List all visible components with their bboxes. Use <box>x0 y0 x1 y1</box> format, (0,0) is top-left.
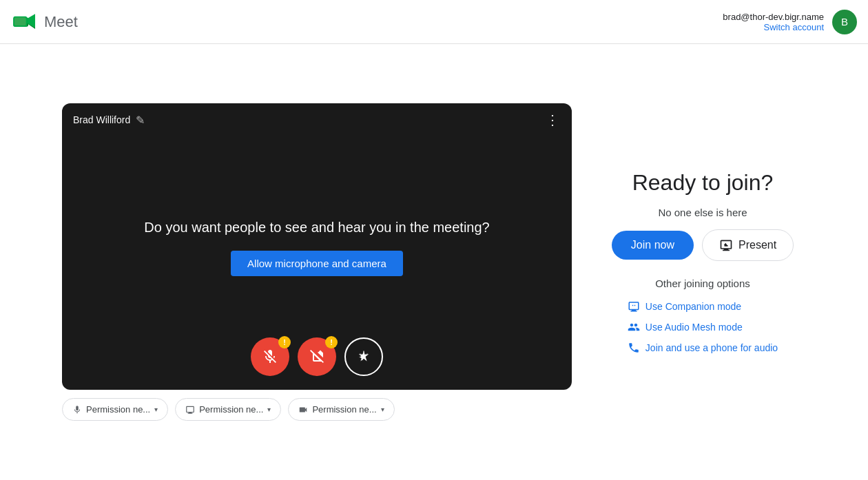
svg-text:✦: ✦ <box>358 352 367 363</box>
camera-permission-label: Permission ne... <box>312 404 376 415</box>
meet-logo-icon <box>11 8 39 36</box>
mic-permission-chevron: ▾ <box>154 406 158 413</box>
audio-mesh-icon <box>628 321 640 333</box>
camera-prompt: Do you want people to see and hear you i… <box>144 218 489 237</box>
screen-permission-dropdown[interactable]: Permission ne... ▾ <box>175 398 281 421</box>
phone-audio-label: Join and use a phone for audio <box>645 342 778 353</box>
svg-rect-5 <box>14 17 26 25</box>
preview-user-name: Brad Williford <box>73 114 130 125</box>
avatar[interactable]: B <box>832 10 857 34</box>
present-button[interactable]: Present <box>702 229 794 261</box>
ready-title: Ready to join? <box>632 170 774 196</box>
user-name-label: Brad Williford ✎ <box>73 114 145 127</box>
header: Meet brad@thor-dev.bigr.name Switch acco… <box>0 0 868 44</box>
present-icon <box>719 238 733 252</box>
logo-area: Meet <box>11 8 78 36</box>
app-name: Meet <box>44 13 78 31</box>
mic-off-icon <box>262 348 278 365</box>
mic-toggle-button[interactable]: ! <box>251 337 289 376</box>
user-account-area: brad@thor-dev.bigr.name Switch account B <box>723 10 857 34</box>
companion-mode-label: Use Companion mode <box>645 301 741 312</box>
camera-permission-icon <box>298 405 308 415</box>
camera-toggle-button[interactable]: ! <box>298 337 336 376</box>
mic-warning-badge: ! <box>278 336 291 348</box>
screen-permission-label: Permission ne... <box>199 404 263 415</box>
effects-button[interactable]: ✦ <box>344 337 383 376</box>
other-options-title: Other joining options <box>655 278 750 289</box>
permission-bar: Permission ne... ▾ Permission ne... ▾ Pe… <box>62 398 572 421</box>
companion-mode-link[interactable]: Use Companion mode <box>628 300 741 313</box>
video-header: Brad Williford ✎ ⋮ <box>62 103 572 136</box>
phone-audio-link[interactable]: Join and use a phone for audio <box>628 342 778 354</box>
sparkle-icon: ✦ <box>356 349 371 364</box>
present-label: Present <box>738 239 776 251</box>
join-buttons: Join now Present <box>612 229 794 261</box>
screen-permission-chevron: ▾ <box>267 406 271 413</box>
camera-permission-dropdown[interactable]: Permission ne... ▾ <box>288 398 394 421</box>
audio-mesh-link[interactable]: Use Audio Mesh mode <box>628 321 743 333</box>
join-now-button[interactable]: Join now <box>612 231 694 260</box>
user-info: brad@thor-dev.bigr.name Switch account <box>723 12 824 32</box>
mic-permission-label: Permission ne... <box>86 404 150 415</box>
video-controls: ! ! ✦ <box>62 337 572 376</box>
screen-permission-icon <box>185 405 195 415</box>
mic-permission-icon <box>72 405 82 415</box>
companion-mode-icon <box>628 300 640 313</box>
allow-camera-button[interactable]: Allow microphone and camera <box>231 251 403 276</box>
user-email: brad@thor-dev.bigr.name <box>723 12 824 22</box>
edit-name-icon[interactable]: ✎ <box>136 114 145 127</box>
audio-mesh-label: Use Audio Mesh mode <box>645 322 743 333</box>
options-list: Use Companion mode Use Audio Mesh mode J… <box>628 300 778 354</box>
camera-permission-chevron: ▾ <box>381 406 384 413</box>
switch-account-link[interactable]: Switch account <box>723 22 824 32</box>
join-section: Ready to join? No one else is here Join … <box>599 170 806 354</box>
camera-warning-badge: ! <box>325 336 338 348</box>
mic-permission-dropdown[interactable]: Permission ne... ▾ <box>62 398 168 421</box>
no-one-here-text: No one else is here <box>658 207 747 218</box>
video-preview: Brad Williford ✎ ⋮ Do you want people to… <box>62 103 572 390</box>
phone-audio-icon <box>628 342 640 354</box>
main-content: Brad Williford ✎ ⋮ Do you want people to… <box>0 44 868 480</box>
camera-off-icon <box>309 348 325 365</box>
video-section: Brad Williford ✎ ⋮ Do you want people to… <box>62 103 572 421</box>
more-options-icon[interactable]: ⋮ <box>546 112 561 128</box>
